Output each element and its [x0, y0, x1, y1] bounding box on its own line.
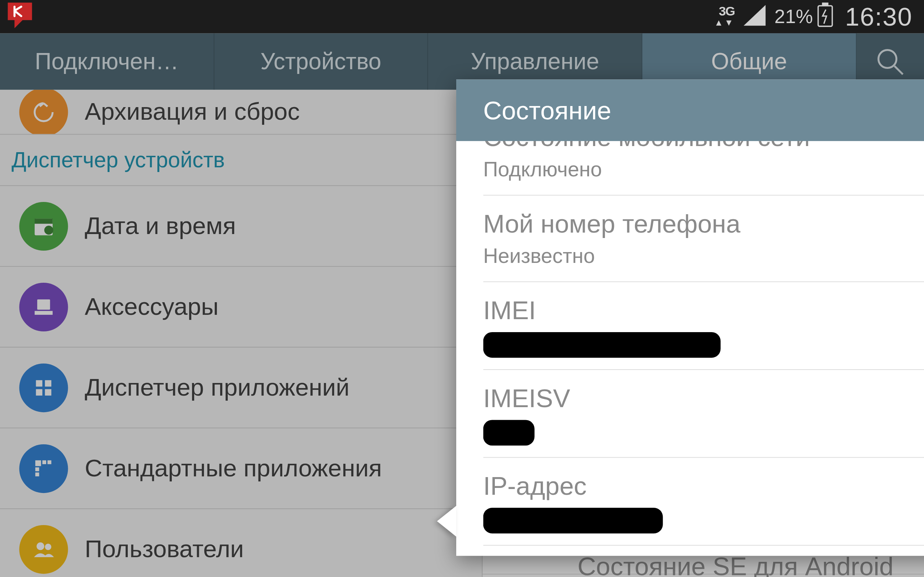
signal-icon [743, 2, 767, 31]
svg-rect-10 [35, 311, 53, 314]
sidebar-item-label: Аксессуары [85, 293, 219, 320]
redacted-ip [483, 508, 663, 533]
svg-line-5 [895, 66, 903, 74]
settings-sidebar[interactable]: Архивация и сброс Диспетчер устройств Да… [0, 90, 483, 577]
svg-rect-9 [37, 299, 50, 309]
svg-rect-3 [822, 2, 828, 5]
status-dialog: Состояние Состояние мобильной сети Подкл… [456, 79, 924, 556]
svg-rect-14 [45, 389, 51, 395]
battery-percent: 21% [775, 6, 813, 27]
dock-icon [19, 282, 68, 331]
svg-rect-15 [36, 460, 41, 466]
dialog-pointer [437, 506, 456, 537]
svg-marker-1 [743, 5, 766, 25]
sidebar-item-backup-reset[interactable]: Архивация и сброс [0, 90, 482, 134]
sidebar-item-default-apps[interactable]: Стандартные приложения [0, 429, 482, 509]
sidebar-item-date-time[interactable]: Дата и время [0, 186, 482, 267]
status-bar: 3G▲▼ 21% 16:30 [0, 0, 924, 33]
sidebar-item-app-manager[interactable]: Диспетчер приложений [0, 348, 482, 429]
sidebar-item-label: Диспетчер приложений [85, 374, 350, 401]
status-clock: 16:30 [845, 2, 913, 31]
svg-rect-12 [45, 380, 51, 386]
search-icon [875, 46, 906, 77]
sidebar-item-accessories[interactable]: Аксессуары [0, 267, 482, 348]
svg-point-20 [36, 542, 44, 550]
screen-root: 3G▲▼ 21% 16:30 Подключен… Устройство Упр… [0, 0, 924, 577]
sidebar-item-label: Дата и время [85, 212, 236, 239]
svg-point-21 [45, 543, 51, 550]
svg-rect-19 [36, 472, 39, 476]
svg-rect-16 [42, 460, 46, 464]
dialog-title: Состояние [456, 79, 924, 141]
battery-indicator: 21% [775, 2, 834, 32]
default-apps-icon [19, 444, 68, 493]
row-ip-address[interactable]: IP-адрес [483, 458, 924, 546]
backup-icon [19, 90, 68, 134]
sidebar-item-label: Пользователи [85, 535, 244, 562]
svg-point-4 [879, 50, 897, 68]
battery-charging-icon [817, 2, 834, 32]
redacted-imeisv [483, 420, 535, 445]
network-3g-icon: 3G▲▼ [714, 5, 735, 28]
calendar-icon [19, 201, 68, 250]
sidebar-item-label: Стандартные приложения [85, 455, 382, 482]
kaspersky-icon [6, 1, 34, 32]
svg-rect-11 [36, 380, 43, 386]
tab-connections[interactable]: Подключен… [0, 33, 214, 89]
sidebar-item-users[interactable]: Пользователи [0, 509, 482, 577]
apps-grid-icon [19, 363, 68, 412]
redacted-imei [483, 332, 721, 358]
row-imeisv[interactable]: IMEISV [483, 370, 924, 458]
dialog-body[interactable]: Состояние мобильной сети Подключено Мой … [456, 141, 924, 556]
users-icon [19, 525, 68, 574]
tab-device[interactable]: Устройство [214, 33, 428, 89]
sidebar-section-device-manager: Диспетчер устройств [0, 134, 482, 186]
svg-rect-13 [36, 389, 43, 395]
sidebar-item-label: Архивация и сброс [85, 98, 300, 126]
row-imei[interactable]: IMEI [483, 282, 924, 370]
row-wifi-mac[interactable]: MAC-адрес Wi-Fi [483, 546, 924, 556]
svg-point-8 [44, 226, 53, 234]
svg-rect-7 [35, 218, 53, 223]
svg-rect-18 [36, 467, 39, 471]
svg-rect-17 [48, 460, 52, 464]
row-my-phone-number[interactable]: Мой номер телефона Неизвестно [483, 195, 924, 282]
row-mobile-network-state[interactable]: Состояние мобильной сети Подключено [483, 141, 924, 195]
